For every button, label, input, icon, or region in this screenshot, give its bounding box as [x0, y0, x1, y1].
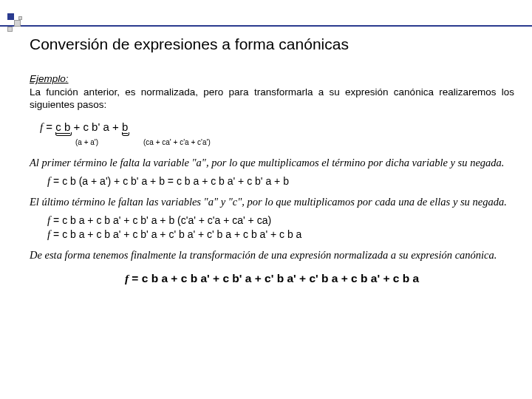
eq1-mid: + c b' a +	[70, 120, 122, 133]
final-text: = c b a + c b a' + c b' a + c' b a' + c'…	[129, 272, 419, 284]
conclusion: De esta forma tenemos finalmente la tran…	[30, 248, 514, 262]
annotation-2: (ca + ca' + c'a + c'a')	[143, 138, 211, 146]
eq4-text: = c b a + c b a' + c b' a + c' b a' + c'…	[50, 228, 301, 240]
equation-3: f = c b a + c b a' + c b' a + b (c'a' + …	[47, 214, 514, 227]
explain-2: El último término le faltan las variable…	[30, 195, 514, 208]
equation-final: f = c b a + c b a' + c b' a + c' b a' + …	[30, 272, 514, 285]
square-icon	[18, 16, 22, 20]
slide-content: Conversión de expresiones a forma canóni…	[30, 35, 514, 285]
equation-2: f = c b (a + a') + c b' a + b = c b a + …	[47, 175, 514, 188]
explain-1: Al primer término le falta la variable "…	[30, 156, 514, 169]
eq1-pre: =	[43, 120, 55, 133]
square-icon	[7, 13, 14, 20]
intro-paragraph: Ejemplo: La función anterior, es normali…	[30, 72, 514, 112]
header-decoration	[0, 13, 532, 34]
square-icon	[7, 27, 13, 32]
example-label: Ejemplo:	[30, 73, 69, 84]
eq1-term1: c b	[55, 120, 70, 134]
header-line	[0, 25, 532, 27]
intro-text: La función anterior, es normalizada, per…	[30, 86, 514, 111]
eq2-text: = c b (a + a') + c b' a + b = c b a + c …	[50, 175, 289, 187]
eq3-text: = c b a + c b a' + c b' a + b (c'a' + c'…	[50, 214, 271, 226]
equation-1: f = c b + c b' a + b	[40, 120, 514, 134]
page-title: Conversión de expresiones a forma canóni…	[30, 35, 514, 53]
annotation-1: (a + a')	[75, 138, 98, 146]
annotation-row: (a + a') (ca + ca' + c'a + c'a')	[40, 138, 514, 149]
eq1-term2: b	[122, 120, 128, 134]
square-icon	[14, 20, 21, 27]
equation-4: f = c b a + c b a' + c b' a + c' b a' + …	[47, 228, 514, 241]
